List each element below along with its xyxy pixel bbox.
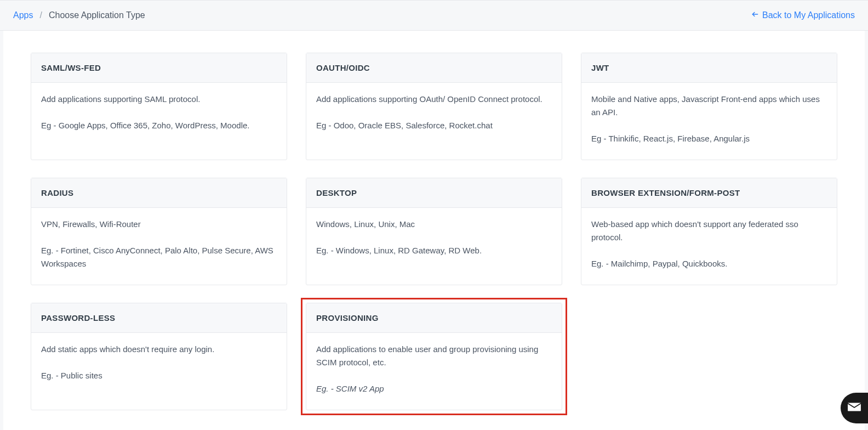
page-wrap: Apps / Choose Application Type Back to M… bbox=[0, 0, 868, 430]
mail-icon bbox=[847, 401, 861, 415]
card-desc: Mobile and Native apps, Javascript Front… bbox=[591, 93, 827, 119]
card-grid: SAML/WS-FED Add applications supporting … bbox=[31, 53, 837, 410]
card-radius[interactable]: RADIUS VPN, Firewalls, Wifi-Router Eg. -… bbox=[31, 178, 287, 285]
breadcrumb: Apps / Choose Application Type bbox=[13, 10, 145, 20]
card-jwt[interactable]: JWT Mobile and Native apps, Javascript F… bbox=[581, 53, 837, 160]
card-title: BROWSER EXTENSION/FORM-POST bbox=[581, 178, 837, 208]
arrow-left-icon bbox=[751, 10, 759, 20]
card-example: Eg - Odoo, Oracle EBS, Salesforce, Rocke… bbox=[316, 119, 552, 132]
back-link-label: Back to My Applications bbox=[762, 10, 855, 20]
card-title: PASSWORD-LESS bbox=[31, 303, 287, 333]
card-example: Eg. - Public sites bbox=[41, 369, 277, 382]
card-desc: Windows, Linux, Unix, Mac bbox=[316, 218, 552, 231]
card-body: Add applications to enable user and grou… bbox=[306, 333, 562, 410]
back-to-applications-link[interactable]: Back to My Applications bbox=[751, 10, 855, 20]
content-area: SAML/WS-FED Add applications supporting … bbox=[3, 31, 865, 430]
card-browser-extension[interactable]: BROWSER EXTENSION/FORM-POST Web-based ap… bbox=[581, 178, 837, 285]
card-desc: VPN, Firewalls, Wifi-Router bbox=[41, 218, 277, 231]
card-title: PROVISIONING bbox=[306, 303, 562, 333]
card-desc: Add applications supporting OAuth/ OpenI… bbox=[316, 93, 552, 106]
card-desc: Web-based app which doesn't support any … bbox=[591, 218, 827, 244]
card-provisioning[interactable]: PROVISIONING Add applications to enable … bbox=[306, 303, 562, 410]
card-desktop[interactable]: DESKTOP Windows, Linux, Unix, Mac Eg. - … bbox=[306, 178, 562, 285]
card-body: Add applications supporting OAuth/ OpenI… bbox=[306, 83, 562, 160]
card-title: DESKTOP bbox=[306, 178, 562, 208]
card-example: Eg. - SCIM v2 App bbox=[316, 382, 552, 395]
card-title: JWT bbox=[581, 53, 837, 83]
card-body: Mobile and Native apps, Javascript Front… bbox=[581, 83, 837, 160]
card-title: RADIUS bbox=[31, 178, 287, 208]
card-desc: Add applications to enable user and grou… bbox=[316, 343, 552, 369]
card-body: VPN, Firewalls, Wifi-Router Eg. - Fortin… bbox=[31, 208, 287, 285]
breadcrumb-apps-link[interactable]: Apps bbox=[13, 10, 33, 20]
card-body: Web-based app which doesn't support any … bbox=[581, 208, 837, 285]
card-desc: Add static apps which doesn't require an… bbox=[41, 343, 277, 356]
card-body: Add applications supporting SAML protoco… bbox=[31, 83, 287, 160]
card-password-less[interactable]: PASSWORD-LESS Add static apps which does… bbox=[31, 303, 287, 410]
card-example: Eg - Thinkific, React.js, Firebase, Angu… bbox=[591, 132, 827, 145]
card-oauth-oidc[interactable]: OAUTH/OIDC Add applications supporting O… bbox=[306, 53, 562, 160]
card-body: Add static apps which doesn't require an… bbox=[31, 333, 287, 410]
breadcrumb-separator: / bbox=[39, 10, 42, 20]
card-example: Eg. - Mailchimp, Paypal, Quickbooks. bbox=[591, 257, 827, 270]
page-title: Choose Application Type bbox=[49, 10, 145, 20]
card-example: Eg - Google Apps, Office 365, Zoho, Word… bbox=[41, 119, 277, 132]
chat-widget-button[interactable] bbox=[841, 393, 868, 423]
card-body: Windows, Linux, Unix, Mac Eg. - Windows,… bbox=[306, 208, 562, 285]
card-title: SAML/WS-FED bbox=[31, 53, 287, 83]
card-title: OAUTH/OIDC bbox=[306, 53, 562, 83]
card-saml-wsfed[interactable]: SAML/WS-FED Add applications supporting … bbox=[31, 53, 287, 160]
card-example: Eg. - Windows, Linux, RD Gateway, RD Web… bbox=[316, 244, 552, 257]
header-bar: Apps / Choose Application Type Back to M… bbox=[0, 1, 868, 31]
card-example: Eg. - Fortinet, Cisco AnyConnect, Palo A… bbox=[41, 244, 277, 270]
card-desc: Add applications supporting SAML protoco… bbox=[41, 93, 277, 106]
